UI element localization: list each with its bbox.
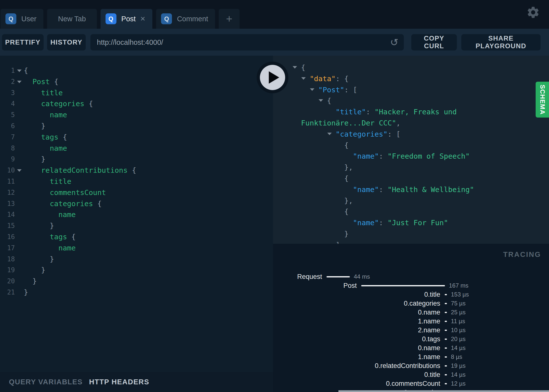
response-line: "name": "Just For Fun" <box>273 217 549 228</box>
query-editor-pane[interactable]: 1{2Post {3title4categories {5name6}7tags… <box>0 56 273 372</box>
tracing-panel: TRACING Request44 msPost167 ms0.title153… <box>273 244 549 392</box>
tracing-row: 0.name25 µs <box>285 308 548 317</box>
code-token: tags <box>50 233 67 241</box>
execute-query-button[interactable] <box>257 62 288 93</box>
editor-line: 13categories { <box>0 198 273 209</box>
editor-line: 17name <box>0 243 273 254</box>
editor-line: 10relatedContributions { <box>0 165 273 176</box>
collapse-arrow-icon[interactable] <box>319 99 323 102</box>
code-text: "title": "Hacker, Freaks und <box>273 106 457 118</box>
response-line: { <box>273 95 549 106</box>
fold-arrow-icon[interactable] <box>17 81 22 83</box>
code-text: name <box>24 243 76 254</box>
tracing-row: Post167 ms <box>285 281 548 290</box>
code-token: { <box>128 166 136 174</box>
tab-comment[interactable]: QComment <box>156 9 215 29</box>
line-number: 7 <box>0 132 15 143</box>
copy-curl-button[interactable]: COPY CURL <box>411 34 457 50</box>
code-text: tags { <box>24 132 67 143</box>
reload-schema-icon[interactable]: ↺ <box>390 37 398 47</box>
fold-gutter <box>15 98 24 109</box>
new-tab-button[interactable]: + <box>219 9 240 29</box>
line-number: 10 <box>0 165 15 176</box>
code-token: } <box>41 122 45 130</box>
code-token: { <box>327 97 331 105</box>
code-text: } <box>24 121 45 132</box>
collapse-arrow-icon[interactable] <box>310 88 314 91</box>
tracing-duration-bar <box>445 330 447 331</box>
tracing-duration-value: 44 ms <box>354 273 370 280</box>
code-token: "Post" <box>318 86 344 94</box>
tracing-duration-value: 75 µs <box>451 300 466 307</box>
line-number: 17 <box>0 243 15 254</box>
endpoint-url-input[interactable] <box>90 38 390 47</box>
code-token: name <box>50 144 67 152</box>
share-playground-button[interactable]: SHARE PLAYGROUND <box>461 34 541 50</box>
code-token: } <box>24 288 28 296</box>
response-line: { <box>273 62 549 73</box>
query-badge-icon: Q <box>161 13 172 24</box>
line-number: 19 <box>0 265 15 276</box>
http-headers-toggle[interactable]: HTTP HEADERS <box>89 378 149 386</box>
code-text: }, <box>273 162 353 173</box>
line-number: 4 <box>0 98 15 109</box>
fold-arrow-icon[interactable] <box>17 70 22 72</box>
code-token: { <box>93 199 102 208</box>
fold-gutter <box>15 165 24 176</box>
fold-gutter <box>15 276 24 287</box>
tab-new-tab[interactable]: New Tab <box>47 9 97 29</box>
schema-side-tab[interactable]: SCHEMA <box>536 82 549 118</box>
code-text: commentsCount <box>24 187 106 198</box>
prettify-button[interactable]: PRETTIFY <box>2 34 44 50</box>
fold-gutter <box>15 243 24 254</box>
response-pane: {"data": {"Post": [{"title": "Hacker, Fr… <box>273 56 549 244</box>
tracing-row: 0.title153 µs <box>285 290 548 299</box>
collapse-arrow-icon[interactable] <box>293 66 297 69</box>
tracing-row: 0.name14 µs <box>285 343 548 352</box>
code-token: name <box>58 210 76 219</box>
line-number: 3 <box>0 87 15 98</box>
history-button[interactable]: HISTORY <box>47 34 86 50</box>
tracing-duration-value: 19 µs <box>451 362 466 369</box>
line-number: 13 <box>0 198 15 209</box>
code-token: "Just For Fun" <box>387 219 448 227</box>
tab-post[interactable]: QPost✕ <box>101 9 153 29</box>
fold-gutter <box>15 121 24 132</box>
code-token: commentsCount <box>50 188 106 197</box>
response-line: "name": "Health & Wellbeing" <box>273 184 549 195</box>
close-tab-icon[interactable]: ✕ <box>140 15 146 23</box>
query-editor-code[interactable]: 1{2Post {3title4categories {5name6}7tags… <box>0 56 273 298</box>
tracing-duration-value: 25 µs <box>451 309 466 316</box>
collapse-arrow-icon[interactable] <box>301 77 306 80</box>
query-variables-toggle[interactable]: QUERY VARIABLES <box>9 378 83 386</box>
code-text: Funktionäre...Der CCC", <box>273 118 401 129</box>
tab-label: Post <box>121 15 136 23</box>
tracing-row: 0.categories75 µs <box>285 299 548 308</box>
response-line: } <box>273 228 549 240</box>
code-text: categories { <box>24 98 93 109</box>
tracing-duration-bar <box>361 285 445 286</box>
fold-arrow-icon[interactable] <box>17 169 22 172</box>
code-token: } <box>41 155 45 163</box>
line-number: 11 <box>0 176 15 187</box>
tracing-duration-value: 12 µs <box>451 380 466 387</box>
tab-user[interactable]: QUser <box>0 9 43 29</box>
editor-line: 8name <box>0 143 273 154</box>
response-line: { <box>273 206 549 217</box>
tracing-panel-toggle[interactable]: TRACING <box>503 250 541 259</box>
tracing-duration-bar <box>445 365 447 367</box>
tracing-resolver-label: Post <box>285 282 357 290</box>
editor-line: 2Post { <box>0 76 273 87</box>
code-token: { <box>58 133 67 141</box>
code-text: title <box>24 176 71 187</box>
code-text: title <box>24 87 63 98</box>
tracing-duration-bar <box>445 303 447 304</box>
tracing-duration-bar <box>445 312 447 313</box>
code-token: "data" <box>310 74 336 83</box>
settings-gear-icon[interactable] <box>526 5 540 19</box>
collapse-arrow-icon[interactable] <box>327 133 332 135</box>
tracing-scrollbar[interactable] <box>338 390 549 392</box>
response-line: Funktionäre...Der CCC", <box>273 118 549 129</box>
code-text: "categories": [ <box>273 129 401 140</box>
tab-label: New Tab <box>58 15 86 23</box>
